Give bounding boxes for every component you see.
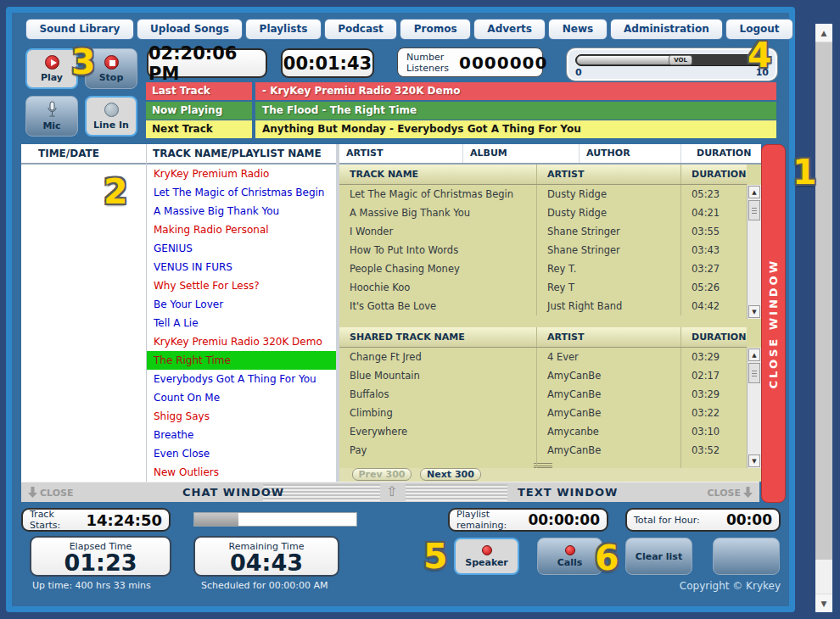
- col-author[interactable]: AUTHOR: [579, 144, 680, 163]
- volume-slider[interactable]: VOL 0 10: [567, 48, 777, 81]
- chat-close-button[interactable]: CLOSE: [28, 482, 73, 503]
- line-in-button[interactable]: Line In: [85, 96, 137, 137]
- microphone-icon: [47, 101, 58, 118]
- playlist-item[interactable]: KryKey Premiu Radio 320K Demo: [147, 332, 336, 351]
- speaker-button[interactable]: Speaker: [454, 538, 519, 575]
- scrollbar-thumb[interactable]: [748, 363, 760, 383]
- playlist-item[interactable]: Making Radio Personal: [147, 220, 336, 239]
- tab-sound-library[interactable]: Sound Library: [25, 19, 134, 40]
- playlist-item[interactable]: Why Settle For Less?: [147, 276, 336, 295]
- tab-administration[interactable]: Administration: [610, 19, 724, 40]
- table-row[interactable]: How To Put Into WordsShane Stringer03:43: [339, 241, 747, 259]
- window-scrollbar[interactable]: ▲ ▼: [815, 24, 832, 612]
- th-track-name[interactable]: TRACK NAME: [339, 169, 536, 180]
- playlist-item[interactable]: Everybodys Got A Thing For You: [147, 370, 336, 388]
- table-row[interactable]: People Chasing MoneyRey T.03:27: [339, 259, 747, 278]
- prev-300-button[interactable]: Prev 300: [352, 468, 412, 481]
- playlist-item[interactable]: Shigg Says: [147, 407, 336, 426]
- table-row[interactable]: Blue MountainAmyCanBe02:17: [339, 366, 747, 385]
- artist-cell: Rey T: [536, 278, 680, 297]
- speaker-label: Speaker: [465, 557, 508, 568]
- th-shared-artist[interactable]: ARTIST: [536, 327, 680, 347]
- table-row[interactable]: Change Ft Jred4 Ever03:29: [339, 348, 747, 366]
- playlist-item[interactable]: New Outliers: [147, 463, 336, 482]
- tab-promos[interactable]: Promos: [400, 19, 471, 40]
- duration-cell: 03:52: [680, 441, 747, 460]
- playlist-item[interactable]: Be Your Lover: [147, 295, 336, 314]
- col-track-playlist-name: TRACK NAME/PLAYLIST NAME: [153, 148, 322, 159]
- scroll-up-icon[interactable]: ▲: [748, 186, 760, 198]
- col-duration[interactable]: DURATION: [680, 144, 761, 163]
- table-row[interactable]: [339, 460, 747, 468]
- th-shared-track-name[interactable]: SHARED TRACK NAME: [339, 332, 536, 343]
- scroll-down-icon[interactable]: ▼: [748, 305, 760, 318]
- th-duration[interactable]: DURATION: [680, 165, 747, 184]
- duration-cell: 05:26: [680, 278, 747, 297]
- table-row[interactable]: A Massive Big Thank YouDusty Ridge04:21: [339, 204, 747, 222]
- table-row[interactable]: I WonderShane Stringer03:55: [339, 222, 747, 241]
- scroll-up-icon[interactable]: ▲: [748, 349, 760, 361]
- duration-cell: 04:21: [680, 204, 747, 222]
- name-cell: Everywhere: [339, 426, 536, 438]
- artist-cell: Rey T.: [536, 259, 680, 278]
- playlist-item[interactable]: Count On Me: [147, 388, 336, 407]
- volume-handle[interactable]: VOL: [669, 55, 692, 65]
- next-track-value: Anything But Monday - Everybodys Got A T…: [255, 120, 776, 138]
- playlist-item[interactable]: Tell A Lie: [147, 314, 336, 332]
- playlist-item[interactable]: Breathe: [147, 426, 336, 444]
- tab-playlists[interactable]: Playlists: [245, 19, 322, 40]
- artist-cell: Shane Stringer: [536, 241, 680, 259]
- artist-cell: 4 Ever: [536, 348, 680, 366]
- th-artist[interactable]: ARTIST: [536, 165, 680, 184]
- table-row[interactable]: It's Gotta Be LoveJust Right Band04:42: [339, 297, 747, 315]
- playlist-item[interactable]: GENIUS: [147, 239, 336, 258]
- playlist-item[interactable]: Let The Magic of Christmas Begin: [147, 183, 336, 202]
- playlist-item[interactable]: The Right Time: [147, 351, 336, 370]
- mic-button[interactable]: Mic: [25, 96, 78, 137]
- table-row[interactable]: BuffalosAmyCanBe03:29: [339, 385, 747, 404]
- playlist-item[interactable]: VENUS IN FURS: [147, 258, 336, 276]
- shared-table-scrollbar[interactable]: ▲ ▼: [747, 348, 761, 468]
- duration-cell: 03:55: [680, 222, 747, 241]
- playlist-item[interactable]: Even Close: [147, 444, 336, 463]
- next-300-button[interactable]: Next 300: [420, 468, 481, 481]
- table-row[interactable]: ClimbingAmyCanBe03:22: [339, 404, 747, 422]
- table-row[interactable]: Hoochie KooRey T05:26: [339, 278, 747, 297]
- table-row[interactable]: Let The Magic of Christmas BeginDusty Ri…: [339, 185, 747, 204]
- calls-button[interactable]: Calls: [537, 538, 602, 575]
- text-close-button[interactable]: CLOSE: [708, 482, 753, 503]
- tab-adverts[interactable]: Adverts: [473, 19, 546, 40]
- duration-cell: 03:29: [680, 385, 747, 404]
- blank-button[interactable]: [713, 538, 780, 575]
- table-row[interactable]: EverywhereAmycanbe03:10: [339, 422, 747, 441]
- playlist-item[interactable]: KryKey Premium Radio: [147, 165, 336, 183]
- name-cell: How To Put Into Words: [339, 244, 536, 256]
- up-arrow-icon[interactable]: ⇧: [386, 483, 397, 499]
- col-artist[interactable]: ARTIST: [339, 144, 462, 163]
- playlist-item[interactable]: A Massive Big Thank You: [147, 202, 336, 220]
- clear-list-button[interactable]: Clear list: [625, 538, 692, 575]
- volume-track[interactable]: VOL: [575, 54, 769, 66]
- scrollbar-thumb[interactable]: [748, 200, 760, 220]
- duration-cell: 02:17: [680, 366, 747, 385]
- scroll-down-icon[interactable]: ▼: [748, 454, 760, 467]
- scroll-up-icon[interactable]: ▲: [815, 24, 832, 42]
- name-cell: Pay: [339, 444, 536, 456]
- col-album[interactable]: ALBUM: [462, 144, 579, 163]
- tab-upload-songs[interactable]: Upload Songs: [137, 19, 244, 40]
- artist-cell: Amycanbe: [536, 422, 680, 441]
- table-row[interactable]: PayAmyCanBe03:52: [339, 441, 747, 460]
- col-time-date: TIME/DATE: [38, 148, 99, 159]
- tab-news[interactable]: News: [548, 19, 607, 40]
- track-table-scrollbar[interactable]: ▲ ▼: [747, 185, 761, 319]
- stop-icon: [104, 55, 119, 70]
- th-shared-duration[interactable]: DURATION: [680, 327, 747, 347]
- tab-podcast[interactable]: Podcast: [324, 19, 398, 40]
- stop-label: Stop: [99, 72, 124, 83]
- close-window-bar[interactable]: CLOSE WINDOW: [761, 144, 786, 503]
- artist-cell: AmyCanBe: [536, 366, 680, 385]
- calls-label: Calls: [557, 557, 583, 568]
- window-scrollbar-thumb[interactable]: [815, 42, 832, 560]
- play-button[interactable]: Play: [25, 48, 78, 89]
- scroll-down-icon[interactable]: ▼: [815, 594, 832, 612]
